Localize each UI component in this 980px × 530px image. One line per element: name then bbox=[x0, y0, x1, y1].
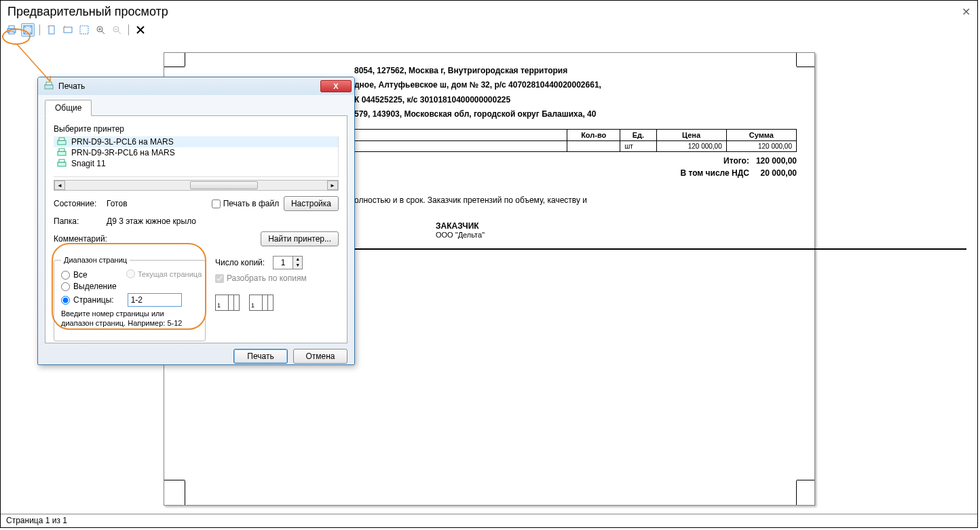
close-icon[interactable] bbox=[134, 23, 147, 37]
svg-rect-1 bbox=[9, 26, 14, 29]
doc-header-line: дное, Алтуфьевское ш, дом № 32, р/с 4070… bbox=[354, 79, 797, 91]
print-to-file-checkbox[interactable]: Печать в файл bbox=[212, 199, 280, 208]
printer-icon bbox=[56, 137, 67, 147]
svg-rect-12 bbox=[59, 138, 64, 140]
svg-rect-11 bbox=[58, 140, 66, 145]
copies-spinner[interactable]: ▲▼ bbox=[273, 256, 303, 269]
collate-checkbox[interactable]: Разобрать по копиям bbox=[215, 273, 307, 283]
window-title: Предварительный просмотр bbox=[7, 5, 168, 19]
svg-rect-15 bbox=[58, 162, 66, 166]
page-range-group: Диапазон страниц Текущая страница Все Вы… bbox=[54, 256, 206, 341]
svg-rect-10 bbox=[46, 82, 52, 85]
folder-value: Д9 3 этаж южное крыло bbox=[107, 216, 339, 226]
portrait-icon[interactable] bbox=[45, 23, 58, 37]
printer-settings-button[interactable]: Настройка bbox=[284, 196, 339, 211]
print-button[interactable]: Печать bbox=[233, 349, 288, 364]
printer-icon bbox=[56, 159, 67, 168]
svg-rect-2 bbox=[9, 32, 14, 34]
cancel-button[interactable]: Отмена bbox=[293, 349, 347, 364]
zoom-out-icon[interactable] bbox=[110, 23, 124, 37]
print-dialog-title: Печать bbox=[58, 81, 320, 91]
doc-header-line: 8054, 127562, Москва г, Внутригородская … bbox=[354, 65, 797, 77]
printer-item: PRN-D9-3L-PCL6 на MARS bbox=[54, 136, 338, 147]
printer-list[interactable]: PRN-D9-3L-PCL6 на MARS PRN-D9-3R-PCL6 на… bbox=[54, 136, 339, 177]
comment-label: Комментарий: bbox=[54, 234, 107, 244]
status-label: Состояние: bbox=[54, 199, 107, 208]
zoom-in-icon[interactable] bbox=[94, 23, 107, 37]
status-bar: Страница 1 из 1 bbox=[1, 514, 977, 527]
range-current-page: Текущая страница bbox=[126, 269, 202, 278]
print-icon[interactable] bbox=[5, 23, 18, 37]
range-selection-radio[interactable]: Выделение bbox=[61, 282, 198, 291]
printer-list-scrollbar[interactable]: ◄ ► bbox=[54, 180, 339, 191]
spin-down-icon[interactable]: ▼ bbox=[293, 263, 302, 269]
close-dialog-button[interactable]: X bbox=[320, 80, 352, 92]
svg-rect-5 bbox=[64, 27, 72, 33]
svg-rect-14 bbox=[59, 149, 64, 151]
scroll-right-icon[interactable]: ► bbox=[327, 181, 338, 190]
doc-note: олностью и в срок. Заказчик претензий по… bbox=[354, 195, 797, 205]
range-note: Введите номер страницы или диапазон стра… bbox=[61, 309, 198, 328]
tab-common[interactable]: Общие bbox=[45, 100, 92, 116]
print-dialog: Печать X Общие Выберите принтер PRN-D9-3… bbox=[37, 77, 355, 365]
range-pages-radio[interactable]: Страницы: bbox=[61, 293, 198, 307]
svg-rect-9 bbox=[45, 85, 53, 89]
printer-item: PRN-D9-3R-PCL6 на MARS bbox=[54, 147, 338, 158]
preview-toolbar bbox=[1, 22, 977, 41]
scroll-left-icon[interactable]: ◄ bbox=[54, 181, 65, 190]
status-value: Готов bbox=[107, 199, 212, 208]
spin-up-icon[interactable]: ▲ bbox=[293, 257, 302, 263]
copies-label: Число копий: bbox=[215, 258, 265, 267]
svg-rect-16 bbox=[59, 159, 64, 162]
svg-rect-13 bbox=[58, 151, 66, 155]
pages-input[interactable] bbox=[128, 293, 182, 307]
close-preview-button[interactable]: ✕ bbox=[962, 5, 970, 18]
printer-item: Snagit 11 bbox=[54, 158, 338, 169]
printer-icon bbox=[43, 81, 54, 91]
doc-header-line: К 044525225, к/с 30101810400000000225 bbox=[354, 94, 797, 106]
svg-rect-6 bbox=[80, 26, 88, 34]
scroll-thumb[interactable] bbox=[190, 181, 258, 189]
collate-illustration: 321 321 bbox=[215, 295, 339, 316]
find-printer-button[interactable]: Найти принтер... bbox=[261, 231, 339, 246]
printer-icon bbox=[56, 148, 67, 157]
doc-header-line: 579, 143903, Московская обл, городской о… bbox=[354, 109, 797, 120]
fit-page-icon[interactable] bbox=[21, 23, 35, 37]
landscape-icon[interactable] bbox=[61, 23, 75, 37]
page-indicator: Страница 1 из 1 bbox=[6, 516, 67, 525]
svg-rect-4 bbox=[49, 26, 54, 34]
select-printer-label: Выберите принтер bbox=[54, 124, 339, 134]
folder-label: Папка: bbox=[54, 216, 107, 226]
zoom-select-icon[interactable] bbox=[77, 23, 91, 37]
